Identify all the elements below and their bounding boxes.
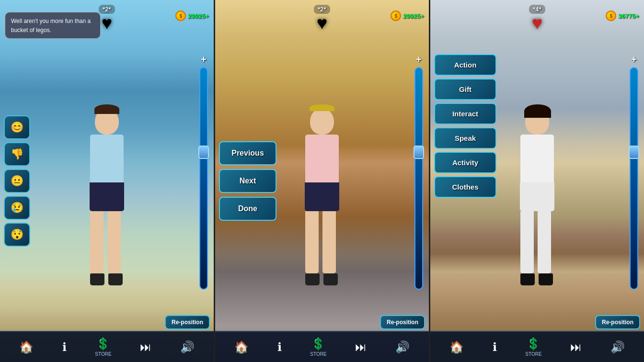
currency-badge-2: $ 29925+: [391, 11, 424, 21]
clothes-button[interactable]: Clothes: [434, 176, 496, 198]
slider-track-1[interactable]: [199, 67, 208, 289]
currency-amount-3: 36775+: [618, 12, 639, 20]
char-shoe-right-1: [108, 273, 123, 285]
zoom-slider-2: +: [414, 54, 423, 289]
store-icon-3: 💲: [526, 337, 540, 351]
sound-icon-2: 🔊: [395, 340, 410, 354]
bottom-home-3[interactable]: 🏠: [449, 340, 464, 354]
bottom-sound-3[interactable]: 🔊: [610, 340, 625, 354]
char-leg-right-2: [322, 211, 336, 273]
char-body-2: [305, 135, 339, 182]
skip-icon-1: ⏭: [140, 340, 151, 354]
emotion-btn-neutral[interactable]: 😐: [4, 169, 30, 193]
previous-button[interactable]: Previous: [219, 141, 276, 165]
bottom-store-3[interactable]: 💲 STORE: [525, 337, 541, 357]
slider-thumb-3[interactable]: [629, 146, 639, 159]
divider-2-3: [429, 0, 430, 362]
next-button[interactable]: Next: [219, 169, 276, 193]
action-button[interactable]: Action: [434, 54, 496, 76]
slider-track-2[interactable]: [414, 67, 423, 289]
info-icon-2: ℹ: [277, 340, 282, 354]
reposition-btn-2[interactable]: Re-position: [380, 315, 425, 329]
slider-plus-3: +: [631, 54, 637, 65]
char-shoe-left-2: [305, 273, 320, 285]
bottom-fastforward-3[interactable]: ⏭: [570, 340, 582, 354]
panel-3: *4* ♥ $ 36775+ Action Gift Interact Spea…: [430, 0, 644, 362]
slider-thumb-2[interactable]: [414, 146, 424, 159]
heart-container-3: *4* ♥: [529, 5, 545, 32]
character-3: [494, 108, 580, 324]
char-leg-right-1: [107, 211, 121, 273]
emotion-btn-surprised[interactable]: 😯: [4, 223, 30, 247]
bottom-info-2[interactable]: ℹ: [277, 340, 282, 354]
coin-icon-1: $: [175, 11, 186, 21]
store-label-2: STORE: [310, 351, 326, 357]
panel-1: Well aren't you more fun than a bucket o…: [0, 0, 214, 362]
fastforward-icon-3: ⏭: [570, 340, 582, 354]
store-label-3: STORE: [525, 351, 541, 357]
coin-icon-3: $: [606, 11, 616, 21]
store-label-1: STORE: [95, 351, 111, 357]
bottom-home-2[interactable]: 🏠: [234, 340, 249, 354]
currency-amount-1: 29925+: [188, 12, 209, 20]
bottom-store-2[interactable]: 💲 STORE: [310, 337, 326, 357]
emotion-btn-happy[interactable]: 😊: [4, 115, 30, 139]
reposition-btn-3[interactable]: Re-position: [595, 315, 640, 329]
bottom-home-1[interactable]: 🏠: [19, 340, 34, 354]
heart-container-1: *2* ♥: [99, 5, 115, 32]
emotion-btn-sad[interactable]: 😢: [4, 196, 30, 220]
char-legs-1: [90, 211, 124, 273]
char-head-3: [525, 108, 549, 135]
char-shoes-3: [520, 273, 554, 288]
zoom-slider-3: +: [630, 54, 638, 289]
character-1: [64, 108, 150, 324]
bottom-sound-2[interactable]: 🔊: [395, 340, 410, 354]
reposition-btn-1[interactable]: Re-position: [165, 315, 210, 329]
skip-icon-2: ⏭: [355, 340, 367, 354]
activity-button[interactable]: Activity: [434, 152, 496, 173]
zoom-slider-1: +: [199, 54, 208, 289]
currency-badge-3: $ 36775+: [606, 11, 639, 21]
currency-badge-1: $ 29925+: [175, 11, 209, 21]
char-shorts-1: [90, 182, 124, 211]
slider-plus-2: +: [416, 54, 422, 65]
char-shoes-2: [305, 273, 339, 288]
bottom-store-1[interactable]: 💲 STORE: [95, 337, 111, 357]
gift-button[interactable]: Gift: [434, 79, 496, 100]
char-shorts-2: [305, 182, 339, 211]
done-button[interactable]: Done: [219, 197, 276, 221]
bottom-sound-1[interactable]: 🔊: [180, 340, 195, 354]
bottom-bar-3: 🏠 ℹ 💲 STORE ⏭ 🔊: [430, 331, 644, 362]
divider-1-2: [214, 0, 215, 362]
slider-track-3[interactable]: [630, 67, 638, 289]
sound-icon-1: 🔊: [180, 340, 195, 354]
info-icon-3: ℹ: [493, 340, 497, 354]
char-shoe-left-3: [520, 273, 535, 285]
speak-button[interactable]: Speak: [434, 127, 496, 149]
bottom-info-3[interactable]: ℹ: [493, 340, 497, 354]
char-hair-3: [524, 104, 551, 118]
char-shoe-left-1: [90, 273, 104, 285]
action-buttons: Action Gift Interact Speak Activity Clot…: [434, 54, 496, 198]
char-head-2: [310, 108, 334, 135]
heart-icon-2: ♥: [317, 14, 328, 32]
coin-icon-2: $: [391, 11, 401, 21]
interact-button[interactable]: Interact: [434, 103, 496, 124]
bottom-skip-1[interactable]: ⏭: [140, 340, 151, 354]
emotion-btn-thumbsdown[interactable]: 👎: [4, 142, 30, 166]
heart-icon-1: ♥: [102, 14, 113, 32]
top-bar-3: *4* ♥ $ 36775+: [430, 5, 644, 32]
top-bar-2: *2* ♥ $ 29925+: [215, 5, 429, 32]
slider-thumb-1[interactable]: [198, 146, 209, 159]
char-leg-left-3: [520, 211, 534, 273]
char-legs-2: [305, 211, 339, 273]
character-2: [279, 108, 365, 324]
bottom-info-1[interactable]: ℹ: [62, 340, 67, 354]
char-legs-3: [520, 211, 554, 273]
char-shorts-3: [520, 182, 554, 211]
bottom-skip-2[interactable]: ⏭: [355, 340, 367, 354]
slider-plus-1: +: [201, 54, 207, 65]
char-hair-1: [94, 104, 119, 114]
top-bar-1: *2* ♥ $ 29925+: [0, 5, 214, 32]
char-shoe-right-2: [323, 273, 338, 285]
